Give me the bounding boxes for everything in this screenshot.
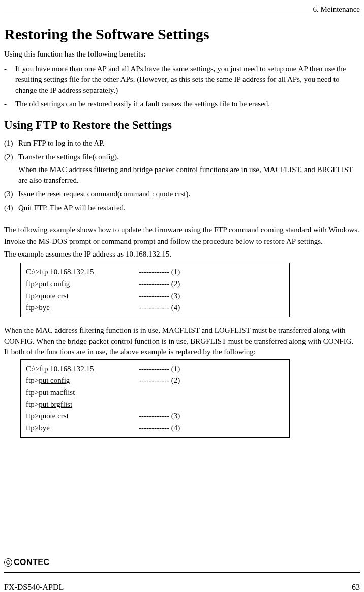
- command: bye: [39, 424, 50, 432]
- command: bye: [39, 303, 50, 312]
- step-item: (4) Quit FTP. The AP will be restarted.: [4, 203, 360, 213]
- step-item: (3) Issue the reset request command(comm…: [4, 189, 360, 200]
- code-line: ftp>put brgflist: [26, 399, 284, 410]
- code-box-1: C:\>ftp 10.168.132.15 ------------ (1) f…: [20, 263, 290, 317]
- code-line: C:\>ftp 10.168.132.15 ------------ (1): [26, 266, 284, 278]
- list-item: - If you have more than one AP and all A…: [4, 64, 360, 96]
- step-text: Run FTP to log in to the AP.: [18, 138, 104, 149]
- prompt: ftp>: [26, 388, 39, 397]
- list-item: - The old settings can be restored easil…: [4, 99, 360, 109]
- step-subtext: When the MAC address filtering and bridg…: [18, 164, 360, 186]
- annotation: ------------ (1): [139, 363, 180, 375]
- code-line: C:\>ftp 10.168.132.15 ------------ (1): [26, 363, 284, 375]
- command: ftp 10.168.132.15: [40, 268, 94, 276]
- dash-icon: -: [4, 64, 15, 74]
- annotation: ------------ (2): [139, 278, 180, 290]
- prompt: ftp>: [26, 292, 39, 300]
- page-number: 63: [352, 583, 360, 592]
- code-box-2: C:\>ftp 10.168.132.15 ------------ (1) f…: [20, 359, 290, 438]
- code-line: ftp>put config ------------ (2): [26, 278, 284, 290]
- intro-text: Using this function has the following be…: [4, 50, 360, 59]
- step-item: (2) Transfer the settings file(config). …: [4, 152, 360, 186]
- paragraph: Invoke the MS-DOS prompt or command prom…: [4, 236, 360, 247]
- prompt: ftp>: [26, 412, 39, 420]
- benefit-list: - If you have more than one AP and all A…: [4, 64, 360, 109]
- step-number: (3): [4, 189, 18, 200]
- footer: CONTEC FX-DS540-APDL 63: [4, 563, 360, 592]
- model-number: FX-DS540-APDL: [4, 583, 64, 592]
- steps-list: (1) Run FTP to log in to the AP. (2) Tra…: [4, 138, 360, 213]
- prompt: C:\>: [26, 364, 40, 373]
- code-line: ftp>quote crst ------------ (3): [26, 290, 284, 302]
- code-line: ftp>put macflist: [26, 387, 284, 399]
- step-number: (1): [4, 138, 18, 149]
- command: put macflist: [39, 388, 75, 397]
- code-line: ftp>bye ------------ (4): [26, 422, 284, 434]
- command: quote crst: [39, 292, 69, 300]
- command: put config: [39, 279, 70, 288]
- annotation: ------------ (4): [139, 302, 180, 314]
- step-text: Issue the reset request command(command …: [18, 189, 190, 200]
- annotation: ------------ (3): [139, 410, 180, 422]
- paragraph: The example assumes the IP address as 10…: [4, 249, 360, 260]
- annotation: ------------ (3): [139, 290, 180, 302]
- dash-icon: -: [4, 99, 15, 109]
- command: ftp 10.168.132.15: [40, 364, 94, 373]
- command: put config: [39, 376, 70, 384]
- page-title: Restoring the Software Settings: [4, 25, 360, 43]
- command: put brgflist: [39, 400, 72, 408]
- step-text: Quit FTP. The AP will be restarted.: [18, 203, 126, 213]
- section-title: Using FTP to Restore the Settings: [4, 119, 360, 132]
- chapter-header: 6. Meintenance: [4, 5, 360, 15]
- prompt: ftp>: [26, 279, 39, 288]
- code-line: ftp>bye ------------ (4): [26, 302, 284, 314]
- brand-logo: CONTEC: [4, 558, 360, 567]
- paragraph: The following example shows how to updat…: [4, 224, 360, 235]
- prompt: ftp>: [26, 376, 39, 384]
- paragraph: When the MAC address filtering function …: [4, 325, 360, 357]
- logo-icon: [4, 558, 12, 567]
- annotation: ------------ (2): [139, 375, 180, 386]
- prompt: C:\>: [26, 268, 40, 276]
- code-line: ftp>quote crst ------------ (3): [26, 410, 284, 422]
- brand-name: CONTEC: [14, 558, 50, 567]
- prompt: ftp>: [26, 303, 39, 312]
- annotation: ------------ (4): [139, 422, 180, 434]
- prompt: ftp>: [26, 400, 39, 408]
- annotation: ------------ (1): [139, 266, 180, 278]
- list-item-text: The old settings can be restored easily …: [15, 99, 270, 109]
- step-number: (2): [4, 152, 18, 162]
- list-item-text: If you have more than one AP and all APs…: [15, 64, 360, 96]
- step-number: (4): [4, 203, 18, 213]
- command: quote crst: [39, 412, 69, 420]
- code-line: ftp>put config ------------ (2): [26, 375, 284, 386]
- step-item: (1) Run FTP to log in to the AP.: [4, 138, 360, 149]
- prompt: ftp>: [26, 424, 39, 432]
- step-text: Transfer the settings file(config).: [18, 152, 119, 162]
